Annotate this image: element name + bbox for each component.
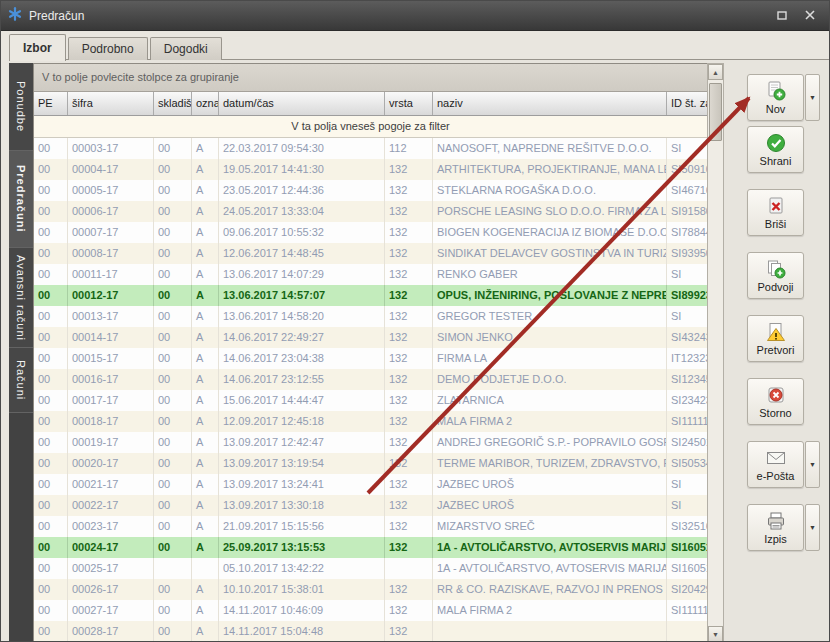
cell-pe: 00 xyxy=(34,159,68,180)
e-po-ta-dropdown-button[interactable]: ▼ xyxy=(805,441,820,488)
grid-row-00023-17[interactable]: 0000023-1700A21.09.2017 15:15:56132MIZAR… xyxy=(34,516,707,537)
cell-pe: 00 xyxy=(34,390,68,411)
grid-row-00012-17[interactable]: 0000012-1700A13.06.2017 14:57:07132OPUS,… xyxy=(34,285,707,306)
cell-id-t-za: SI16051 xyxy=(667,537,707,558)
grid-row-00025-17[interactable]: 0000025-1705.10.2017 13:42:221A - AVTOLI… xyxy=(34,558,707,579)
column-header-naziv[interactable]: naziv xyxy=(433,92,667,115)
cell-oznaka: A xyxy=(192,390,219,411)
cell-vrsta: 132 xyxy=(385,474,433,495)
cell-id-t-za: SI11111 xyxy=(667,411,707,432)
cell-oznaka xyxy=(192,558,219,579)
cell-vrsta: 132 xyxy=(385,243,433,264)
grid-row-00015-17[interactable]: 0000015-1700A14.06.2017 23:04:38132FIRMA… xyxy=(34,348,707,369)
cell-oznaka: A xyxy=(192,621,219,642)
grid-row-00020-17[interactable]: 0000020-1700A13.09.2017 13:19:54132TERME… xyxy=(34,453,707,474)
cell-naziv: MALA FIRMA 2 xyxy=(433,600,667,621)
grid-row-00018-17[interactable]: 0000018-1700A12.09.2017 12:45:18132MALA … xyxy=(34,411,707,432)
cell-datum-as: 19.05.2017 14:41:30 xyxy=(219,159,385,180)
cell-ifra: 00025-17 xyxy=(68,558,154,579)
cell-skladi: 00 xyxy=(154,306,192,327)
cell-datum-as: 24.05.2017 13:33:04 xyxy=(219,201,385,222)
grid-row-00013-17[interactable]: 0000013-1700A13.06.2017 14:58:20132GREGO… xyxy=(34,306,707,327)
cell-vrsta: 132 xyxy=(385,369,433,390)
grid-vertical-scrollbar[interactable]: ▲ ▼ xyxy=(707,63,724,642)
bri-i-button[interactable]: Briši xyxy=(747,189,804,236)
e-po-ta-button[interactable]: e-Pošta xyxy=(747,441,804,488)
cell-oznaka: A xyxy=(192,348,219,369)
document-type-side-tabs: PonudbePredračuniAvansni računiRačuni xyxy=(9,63,33,642)
grid-row-00004-17[interactable]: 0000004-1700A19.05.2017 14:41:30132ARTHI… xyxy=(34,159,707,180)
cell-oznaka: A xyxy=(192,285,219,306)
pretvori-button[interactable]: Pretvori xyxy=(747,315,804,362)
podvoji-button[interactable]: Podvoji xyxy=(747,252,804,299)
cell-oznaka: A xyxy=(192,411,219,432)
grid-rows: 0000003-1700A22.03.2017 09:54:30112NANOS… xyxy=(34,138,707,642)
shrani-button[interactable]: Shrani xyxy=(747,126,804,173)
cell-oznaka: A xyxy=(192,432,219,453)
cell-oznaka: A xyxy=(192,243,219,264)
storno-button[interactable]: Storno xyxy=(747,378,804,425)
cell-naziv: SIMON JENKO xyxy=(433,327,667,348)
side-tab-predra-uni[interactable]: Predračuni xyxy=(9,151,33,248)
cell-datum-as: 14.11.2017 10:46:09 xyxy=(219,600,385,621)
grid-row-00026-17[interactable]: 0000026-1700A10.10.2017 15:38:01132RR & … xyxy=(34,579,707,600)
column-header-ifra[interactable]: šifra xyxy=(68,92,154,115)
cell-naziv: ZLATARNICA xyxy=(433,390,667,411)
triangle-down-icon: ▼ xyxy=(712,631,719,638)
cell-datum-as: 13.09.2017 13:24:41 xyxy=(219,474,385,495)
convert-warning-icon xyxy=(766,322,786,342)
cell-datum-as: 13.09.2017 13:30:18 xyxy=(219,495,385,516)
grid-row-00022-17[interactable]: 0000022-1700A13.09.2017 13:30:18132JAZBE… xyxy=(34,495,707,516)
cell-skladi: 00 xyxy=(154,600,192,621)
column-header-datum-as[interactable]: datum/čas xyxy=(219,92,385,115)
column-header-id-t-za[interactable]: ID št. za xyxy=(667,92,707,115)
grid-row-00014-17[interactable]: 0000014-1700A14.06.2017 22:49:27132SIMON… xyxy=(34,327,707,348)
tab-podrobno[interactable]: Podrobno xyxy=(68,37,148,60)
grid-row-00017-17[interactable]: 0000017-1700A15.06.2017 14:44:47132ZLATA… xyxy=(34,390,707,411)
izpis-button[interactable]: Izpis xyxy=(747,504,804,551)
cell-ifra: 00026-17 xyxy=(68,579,154,600)
tab-dogodki[interactable]: Dogodki xyxy=(150,37,222,60)
nov-button[interactable]: Nov xyxy=(747,74,804,121)
side-tab-avansni-ra-uni[interactable]: Avansni računi xyxy=(9,248,33,348)
cell-pe: 00 xyxy=(34,348,68,369)
cell-ifra: 00022-17 xyxy=(68,495,154,516)
cell-datum-as: 15.06.2017 14:44:47 xyxy=(219,390,385,411)
side-tab-ra-uni[interactable]: Računi xyxy=(9,348,33,413)
cell-oznaka: A xyxy=(192,600,219,621)
column-header-oznaka[interactable]: oznaka xyxy=(192,92,219,115)
tab-izbor[interactable]: Izbor xyxy=(9,34,66,61)
grid-row-00011-17[interactable]: 0000011-1700A13.06.2017 14:07:29132RENKO… xyxy=(34,264,707,285)
cell-pe: 00 xyxy=(34,495,68,516)
grid-row-00003-17[interactable]: 0000003-1700A22.03.2017 09:54:30112NANOS… xyxy=(34,138,707,159)
scroll-down-button[interactable]: ▼ xyxy=(708,626,723,642)
cell-ifra: 00014-17 xyxy=(68,327,154,348)
scroll-up-button[interactable]: ▲ xyxy=(708,64,723,80)
grid-row-00021-17[interactable]: 0000021-1700A13.09.2017 13:24:41132JAZBE… xyxy=(34,474,707,495)
grid-row-00028-17[interactable]: 0000028-1700A14.11.2017 15:04:48132 xyxy=(34,621,707,642)
nov-dropdown-button[interactable]: ▼ xyxy=(805,74,820,121)
grid-row-00027-17[interactable]: 0000027-1700A14.11.2017 10:46:09132MALA … xyxy=(34,600,707,621)
cell-vrsta: 132 xyxy=(385,432,433,453)
column-header-vrsta[interactable]: vrsta xyxy=(385,92,433,115)
izpis-dropdown-button[interactable]: ▼ xyxy=(805,504,820,551)
cell-naziv: STEKLARNA ROGAŠKA D.O.O. xyxy=(433,180,667,201)
cell-vrsta: 132 xyxy=(385,579,433,600)
side-tab-ponudbe[interactable]: Ponudbe xyxy=(9,63,33,151)
cell-skladi: 00 xyxy=(154,285,192,306)
filter-row[interactable]: V ta polja vneseš pogoje za filter xyxy=(34,116,707,138)
group-by-panel[interactable]: V to polje povlecite stolpce za grupiran… xyxy=(34,64,707,92)
grid-row-00005-17[interactable]: 0000005-1700A23.05.2017 12:44:36132STEKL… xyxy=(34,180,707,201)
cell-skladi: 00 xyxy=(154,159,192,180)
top-tab-bar: IzborPodrobnoDogodki xyxy=(9,34,224,60)
grid-row-00019-17[interactable]: 0000019-1700A13.09.2017 12:42:47132ANDRE… xyxy=(34,432,707,453)
cell-pe: 00 xyxy=(34,453,68,474)
scrollbar-thumb[interactable] xyxy=(709,83,722,141)
grid-row-00008-17[interactable]: 0000008-1700A12.06.2017 14:48:45132SINDI… xyxy=(34,243,707,264)
grid-row-00016-17[interactable]: 0000016-1700A14.06.2017 23:12:55132DEMO … xyxy=(34,369,707,390)
column-header-skladi[interactable]: skladiš xyxy=(154,92,192,115)
grid-row-00006-17[interactable]: 0000006-1700A24.05.2017 13:33:04132PORSC… xyxy=(34,201,707,222)
grid-row-00024-17[interactable]: 0000024-1700A25.09.2017 13:15:531321A - … xyxy=(34,537,707,558)
grid-row-00007-17[interactable]: 0000007-1700A09.06.2017 10:55:32132BIOGE… xyxy=(34,222,707,243)
column-header-pe[interactable]: PE xyxy=(34,92,68,115)
